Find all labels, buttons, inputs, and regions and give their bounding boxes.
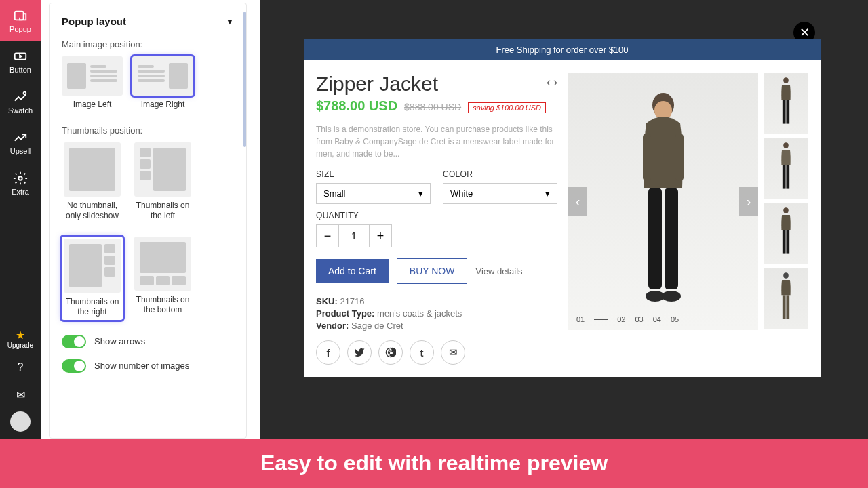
svg-rect-8	[675, 134, 684, 181]
twitter-icon[interactable]	[347, 340, 372, 365]
option-label: Thumbnails on the right	[64, 297, 121, 318]
color-value: White	[450, 188, 473, 199]
svg-rect-17	[783, 165, 786, 188]
page-num[interactable]: 03	[635, 315, 644, 323]
next-icon[interactable]: ›	[553, 75, 557, 89]
shipping-banner: Free Shipping for order over $100	[304, 39, 821, 60]
option-thumbnails-left[interactable]: Thumbnails on the left	[132, 142, 193, 222]
thumb-preview	[64, 142, 121, 197]
avatar[interactable]	[10, 411, 31, 432]
swatch-icon	[13, 89, 28, 104]
upsell-icon	[13, 130, 28, 145]
tumblr-icon[interactable]: t	[410, 340, 434, 365]
color-label: COLOR	[443, 169, 557, 179]
vendor-row: Vendor: Sage de Cret	[316, 321, 557, 331]
sidebar-label: Button	[9, 66, 31, 74]
option-label: Image Left	[62, 100, 123, 110]
page-num[interactable]: 04	[653, 315, 661, 323]
svg-point-22	[783, 272, 789, 278]
image-gallery: ‹ › 01	[568, 73, 808, 365]
thumbnail[interactable]	[764, 203, 808, 264]
facebook-icon[interactable]: f	[316, 340, 340, 365]
svg-rect-21	[786, 230, 789, 253]
svg-rect-18	[786, 165, 789, 188]
preview-area: ✕ Free Shipping for order over $100 Zipp…	[260, 0, 868, 439]
chevron-down-icon: ▾	[418, 188, 423, 199]
sidebar-label: Upsell	[10, 147, 31, 155]
product-info: Zipper Jacket ‹ › $788.00 USD $888.00 US…	[316, 73, 557, 365]
thumbnail[interactable]	[764, 73, 808, 134]
button-icon	[13, 49, 28, 64]
prev-icon[interactable]: ‹	[547, 75, 551, 89]
main-image-label: Main image position:	[62, 39, 234, 49]
image-pager: 01 02 03 04 05	[576, 315, 679, 323]
svg-rect-9	[648, 188, 662, 289]
page-num[interactable]: 01	[576, 315, 585, 323]
sidebar-item-upsell[interactable]: Upsell	[0, 122, 41, 163]
view-details-link[interactable]: View details	[475, 266, 522, 277]
old-price: $888.00 USD	[404, 102, 461, 113]
qty-minus-button[interactable]: −	[316, 224, 339, 247]
qty-value: 1	[339, 224, 369, 247]
main-image: ‹ › 01	[568, 73, 758, 330]
mail-icon[interactable]: ✉	[10, 384, 31, 405]
sku-row: SKU: 21716	[316, 296, 557, 306]
svg-rect-0	[15, 11, 24, 20]
quantity-label: QUANTITY	[316, 211, 557, 220]
svg-point-2	[24, 92, 26, 94]
price: $788.00 USD	[316, 98, 397, 114]
option-thumbnails-bottom[interactable]: Thumbnails on the bottom	[132, 237, 193, 320]
color-select[interactable]: White▾	[443, 183, 557, 204]
section-header[interactable]: Popup layout ▼	[62, 16, 234, 27]
size-label: SIZE	[316, 169, 431, 179]
sidebar-item-button[interactable]: Button	[0, 41, 41, 81]
footer-banner: Easy to edit with realtime preview	[0, 439, 868, 488]
svg-point-11	[646, 291, 665, 302]
config-panel: Popup layout ▼ Main image position: Imag…	[49, 3, 247, 439]
sidebar-item-popup[interactable]: Popup	[0, 0, 41, 41]
upgrade-link[interactable]: ★ Upgrade	[7, 329, 33, 349]
svg-point-19	[783, 207, 789, 213]
add-to-cart-button[interactable]: Add to Cart	[316, 259, 389, 283]
help-icon[interactable]: ?	[10, 357, 31, 378]
buy-now-button[interactable]: BUY NOW	[397, 258, 468, 284]
thumbnail[interactable]	[764, 138, 808, 199]
option-no-thumbnail[interactable]: No thumbnail, only slideshow	[62, 142, 123, 222]
page-num[interactable]: 02	[617, 315, 625, 323]
thumbnail[interactable]	[764, 268, 808, 329]
qty-plus-button[interactable]: +	[369, 224, 392, 247]
svg-rect-15	[786, 100, 789, 123]
option-label: No thumbnail, only slideshow	[62, 201, 123, 222]
svg-point-13	[783, 77, 789, 83]
svg-rect-24	[786, 295, 789, 319]
app-sidebar: Popup Button Swatch Upsell Extra ★ Upgra…	[0, 0, 41, 439]
thumbnails-column	[764, 73, 808, 365]
svg-point-3	[18, 176, 22, 180]
sidebar-item-extra[interactable]: Extra	[0, 163, 41, 203]
option-label: Thumbnails on the left	[132, 201, 193, 222]
gallery-next-button[interactable]: ›	[739, 187, 758, 216]
toggle-label: Show arrows	[94, 336, 145, 346]
toggle-show-number[interactable]	[62, 359, 86, 373]
option-image-right[interactable]: Image Right	[132, 56, 193, 110]
sidebar-label: Extra	[12, 188, 29, 196]
svg-point-12	[662, 291, 681, 302]
person-silhouette	[623, 86, 704, 317]
gallery-prev-button[interactable]: ‹	[568, 187, 587, 216]
pinterest-icon[interactable]	[378, 340, 403, 365]
toggle-show-arrows[interactable]	[62, 335, 86, 348]
section-title-text: Popup layout	[62, 16, 126, 27]
sidebar-item-swatch[interactable]: Swatch	[0, 81, 41, 122]
size-value: Small	[323, 188, 346, 199]
page-num[interactable]: 05	[671, 315, 679, 323]
mail-icon[interactable]: ✉	[441, 340, 465, 365]
option-thumbnails-right[interactable]: Thumbnails on the right	[62, 237, 123, 320]
svg-rect-20	[783, 230, 786, 253]
option-image-left[interactable]: Image Left	[62, 56, 123, 110]
option-label: Thumbnails on the bottom	[132, 295, 193, 316]
star-icon: ★	[7, 329, 33, 342]
sidebar-label: Swatch	[8, 106, 33, 115]
size-select[interactable]: Small▾	[316, 183, 431, 204]
svg-rect-10	[665, 188, 678, 289]
svg-rect-14	[783, 100, 786, 123]
